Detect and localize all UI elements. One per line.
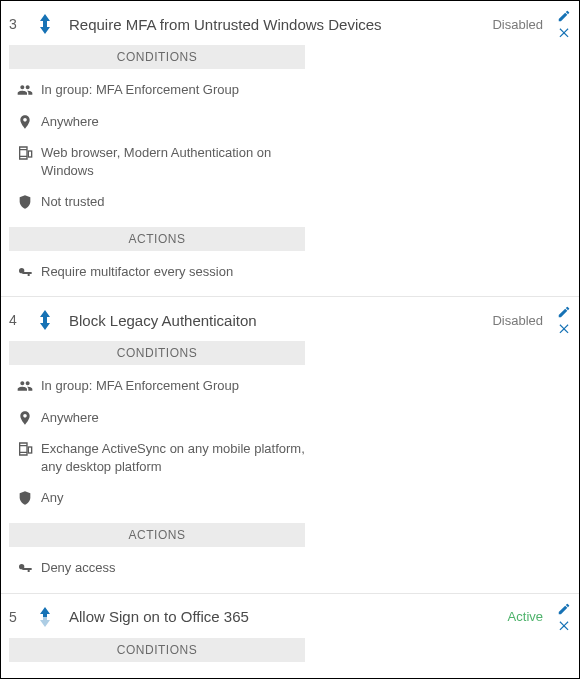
rule-header: 5Allow Sign on to Office 365Active	[1, 598, 579, 632]
action-text: Deny access	[41, 559, 321, 577]
shield-icon	[15, 193, 35, 210]
move-down-icon[interactable]	[39, 24, 51, 34]
device-icon	[15, 440, 35, 457]
move-down-icon[interactable]	[39, 320, 51, 330]
move-down-icon[interactable]	[39, 617, 51, 627]
condition-row: Exchange ActiveSync on any mobile platfo…	[1, 436, 579, 485]
rule-status: Disabled	[492, 313, 543, 328]
pin-icon	[15, 409, 35, 426]
conditions-heading: CONDITIONS	[9, 45, 305, 69]
key-icon	[15, 263, 35, 280]
condition-text: User assigned this app	[41, 674, 321, 679]
reorder-control	[35, 607, 55, 627]
edit-icon[interactable]	[557, 602, 571, 616]
condition-text: Anywhere	[41, 409, 321, 427]
conditions-heading: CONDITIONS	[9, 638, 305, 662]
condition-text: In group: MFA Enforcement Group	[41, 81, 321, 99]
rule-title: Require MFA from Untrusted Windows Devic…	[69, 16, 492, 33]
rule-header: 3Require MFA from Untrusted Windows Devi…	[1, 5, 579, 39]
action-text: Require multifactor every session	[41, 263, 321, 281]
move-up-icon[interactable]	[39, 607, 51, 617]
shield-icon	[15, 489, 35, 506]
pin-icon	[15, 113, 35, 130]
rule-status: Active	[508, 609, 543, 624]
rule-action-buttons	[557, 602, 571, 632]
condition-row: User assigned this app	[1, 670, 579, 679]
condition-row: Web browser, Modern Authentication on Wi…	[1, 140, 579, 189]
condition-text: Anywhere	[41, 113, 321, 131]
rule-action-buttons	[557, 305, 571, 335]
condition-text: Exchange ActiveSync on any mobile platfo…	[41, 440, 321, 475]
rule-number: 4	[9, 312, 35, 328]
move-up-icon[interactable]	[39, 310, 51, 320]
rule-status: Disabled	[492, 17, 543, 32]
condition-row: Any	[1, 485, 579, 517]
actions-heading: ACTIONS	[9, 227, 305, 251]
move-up-icon[interactable]	[39, 14, 51, 24]
condition-text: In group: MFA Enforcement Group	[41, 377, 321, 395]
device-icon	[15, 144, 35, 161]
group-icon	[15, 377, 35, 394]
delete-icon[interactable]	[557, 25, 571, 39]
policy-rule: 3Require MFA from Untrusted Windows Devi…	[1, 1, 579, 296]
policy-rule: 5Allow Sign on to Office 365ActiveCONDIT…	[1, 593, 579, 679]
action-row: Deny access	[1, 555, 579, 587]
delete-icon[interactable]	[557, 618, 571, 632]
policy-rule: 4Block Legacy AuthenticaitonDisabledCOND…	[1, 296, 579, 592]
condition-row: In group: MFA Enforcement Group	[1, 373, 579, 405]
action-row: Require multifactor every session	[1, 259, 579, 291]
condition-row: In group: MFA Enforcement Group	[1, 77, 579, 109]
group-icon	[15, 674, 35, 679]
edit-icon[interactable]	[557, 305, 571, 319]
rule-number: 3	[9, 16, 35, 32]
condition-row: Anywhere	[1, 109, 579, 141]
group-icon	[15, 81, 35, 98]
rule-title: Allow Sign on to Office 365	[69, 608, 508, 625]
actions-heading: ACTIONS	[9, 523, 305, 547]
rule-title: Block Legacy Authenticaiton	[69, 312, 492, 329]
reorder-control	[35, 14, 55, 34]
reorder-control	[35, 310, 55, 330]
rule-action-buttons	[557, 9, 571, 39]
svg-rect-1	[28, 447, 31, 453]
edit-icon[interactable]	[557, 9, 571, 23]
condition-text: Any	[41, 489, 321, 507]
delete-icon[interactable]	[557, 321, 571, 335]
conditions-heading: CONDITIONS	[9, 341, 305, 365]
rule-number: 5	[9, 609, 35, 625]
svg-rect-0	[28, 151, 31, 157]
condition-row: Anywhere	[1, 405, 579, 437]
rule-header: 4Block Legacy AuthenticaitonDisabled	[1, 301, 579, 335]
condition-row: Not trusted	[1, 189, 579, 221]
key-icon	[15, 559, 35, 576]
condition-text: Web browser, Modern Authentication on Wi…	[41, 144, 321, 179]
condition-text: Not trusted	[41, 193, 321, 211]
